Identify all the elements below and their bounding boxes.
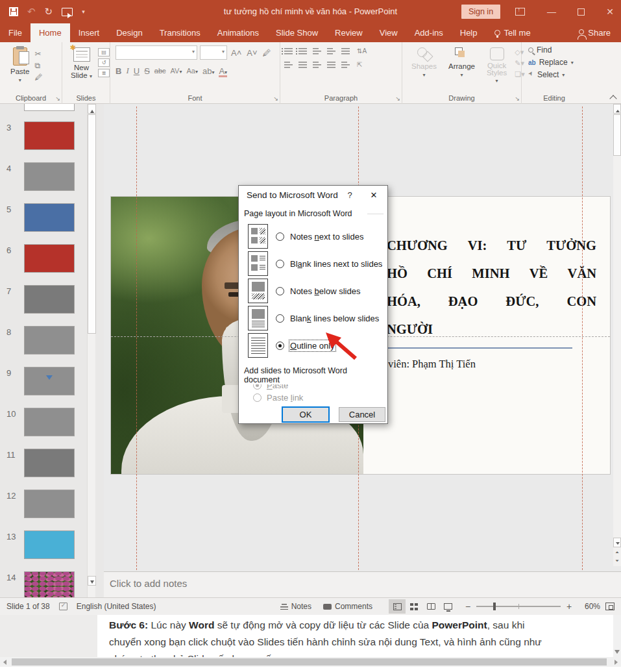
ok-button[interactable]: OK [282, 407, 329, 422]
zoom-percentage[interactable]: 60% [579, 602, 600, 611]
font-color-button[interactable]: A▾ [219, 66, 227, 76]
tab-animations[interactable]: Animations [209, 23, 267, 42]
notes-placeholder[interactable]: Click to add notes [110, 578, 187, 589]
align-left-icon[interactable] [284, 62, 293, 68]
convert-smartart-icon[interactable]: ⇱ [356, 61, 363, 68]
radio-blank-lines-next-to-slides[interactable] [276, 260, 284, 268]
tab-review[interactable]: Review [326, 23, 371, 42]
align-center-icon[interactable] [298, 62, 307, 68]
slide-thumbnail-partial[interactable] [24, 104, 75, 111]
italic-button[interactable]: I [126, 66, 128, 76]
underline-button[interactable]: U [134, 66, 140, 76]
undo-icon[interactable]: ↶ [27, 6, 36, 18]
shadow-button[interactable]: S [144, 66, 150, 76]
new-slide-button[interactable]: New Slide ▾ [65, 45, 98, 82]
scroll-left-icon[interactable] [1, 660, 6, 665]
copy-icon[interactable]: ⧉ [34, 61, 42, 70]
slide-title-text[interactable]: CHƯƠNGVI:TƯTƯỞNGHỒCHÍMINHVỀVĂNHÓA,ĐẠOĐỨC… [387, 232, 596, 343]
format-painter-icon[interactable]: 🖉 [34, 73, 42, 82]
paragraph-dialog-launcher-icon[interactable]: ↘ [395, 95, 400, 102]
bullets-icon[interactable] [284, 48, 293, 55]
cancel-button[interactable]: Cancel [339, 407, 385, 422]
section-icon[interactable]: ≣ [98, 69, 110, 77]
spell-check-icon[interactable] [59, 603, 67, 610]
change-case-button[interactable]: Aa▾ [186, 67, 197, 75]
radio-blank-lines-below-slides[interactable] [276, 314, 284, 323]
save-icon[interactable] [9, 7, 18, 16]
dialog-help-icon[interactable]: ? [342, 189, 358, 202]
slide-thumbnail-14[interactable] [24, 571, 75, 597]
clipboard-dialog-launcher-icon[interactable]: ↘ [55, 95, 60, 102]
radio-notes-below-slides[interactable] [276, 287, 284, 295]
align-right-icon[interactable] [313, 62, 321, 68]
bold-button[interactable]: B [116, 66, 121, 76]
layout-icon[interactable]: ▤ [98, 48, 110, 56]
maximize-icon[interactable] [566, 0, 595, 23]
option-label[interactable]: Outline only [290, 341, 335, 351]
sign-in-button[interactable]: Sign in [461, 5, 500, 19]
slide-thumbnail-6[interactable] [24, 244, 75, 273]
sidebar-scroll-up-icon[interactable] [88, 104, 96, 114]
slide-subtitle-text[interactable]: viên: Phạm Thị Tiến [388, 358, 476, 371]
tab-transitions[interactable]: Transitions [151, 23, 209, 42]
sidebar-scroll-down-icon[interactable] [88, 576, 96, 586]
select-button[interactable]: Select ▾ [528, 70, 587, 79]
justify-icon[interactable] [327, 62, 335, 68]
slide-thumbnail-12[interactable] [24, 490, 75, 518]
normal-view-button[interactable] [389, 599, 406, 614]
slideshow-view-button[interactable] [439, 599, 456, 614]
tab-slide-show[interactable]: Slide Show [267, 23, 326, 42]
tab-home[interactable]: Home [30, 23, 70, 42]
replace-button[interactable]: ab Replace ▾ [528, 58, 587, 67]
scroll-right-icon[interactable] [615, 660, 620, 665]
fit-slide-to-window-icon[interactable] [605, 603, 615, 610]
slide-thumbnail-4[interactable] [24, 162, 75, 191]
zoom-slider-thumb[interactable] [493, 603, 496, 610]
tab-tell-me[interactable]: Tell me [486, 23, 539, 42]
numbering-icon[interactable] [298, 48, 307, 55]
zoom-out-button[interactable]: − [464, 601, 472, 612]
zoom-in-button[interactable]: + [565, 601, 573, 612]
slide-thumbnail-9[interactable] [24, 367, 75, 395]
increase-indent-icon[interactable] [327, 48, 335, 55]
share-button[interactable]: Share [568, 23, 621, 42]
font-name-combobox[interactable] [116, 45, 197, 60]
editor-scroll-up-icon[interactable] [613, 104, 621, 114]
page-vertical-scrollbar[interactable] [613, 615, 621, 657]
sidebar-scrollbar[interactable] [87, 104, 95, 597]
option-label[interactable]: Blank lines below slides [290, 314, 379, 323]
font-size-combobox[interactable] [200, 45, 227, 60]
page-horizontal-scrollbar[interactable] [0, 657, 621, 667]
increase-font-size-icon[interactable]: A˄ [230, 48, 243, 58]
slide-thumbnail-5[interactable] [24, 203, 75, 232]
tab-add-ins[interactable]: Add-ins [406, 23, 452, 42]
notes-toggle-button[interactable]: Notes [274, 598, 317, 616]
comments-toggle-button[interactable]: Comments [317, 598, 378, 616]
slide-thumbnail-13[interactable] [24, 530, 75, 559]
clear-formatting-icon[interactable]: 🖉 [262, 48, 273, 58]
paste-dropdown-icon[interactable]: ▾ [19, 77, 21, 83]
editor-scrollbar[interactable]: ⏶ ⏷ [613, 104, 621, 566]
line-spacing-icon[interactable] [341, 48, 350, 55]
option-label[interactable]: Blank lines next to slides [290, 259, 382, 269]
radio-outline-only[interactable] [276, 342, 284, 350]
decrease-indent-icon[interactable] [313, 48, 321, 55]
start-slideshow-icon[interactable] [62, 8, 73, 16]
cut-icon[interactable]: ✂ [34, 49, 42, 58]
strikethrough-button[interactable]: abc [154, 67, 166, 75]
paste-button[interactable]: Paste ▾ [6, 45, 33, 85]
editor-scroll-down-icon[interactable] [613, 538, 621, 547]
next-slide-button[interactable]: ⏷ [613, 556, 621, 565]
decrease-font-size-icon[interactable]: A˅ [245, 48, 258, 58]
close-icon[interactable]: ✕ [596, 0, 621, 23]
sidebar-scroll-thumb[interactable] [88, 114, 96, 334]
notes-pane[interactable]: Click to add notes [104, 571, 621, 597]
highlight-color-button[interactable]: ab▾ [202, 66, 214, 76]
text-direction-icon[interactable]: ⇅A [356, 47, 368, 55]
redo-icon[interactable]: ↻ [45, 6, 53, 18]
dialog-close-icon[interactable]: ✕ [364, 189, 384, 202]
horizontal-scroll-thumb[interactable] [12, 658, 607, 666]
zoom-slider[interactable] [476, 606, 561, 607]
tab-help[interactable]: Help [452, 23, 486, 42]
slide-thumbnail-10[interactable] [24, 408, 75, 436]
